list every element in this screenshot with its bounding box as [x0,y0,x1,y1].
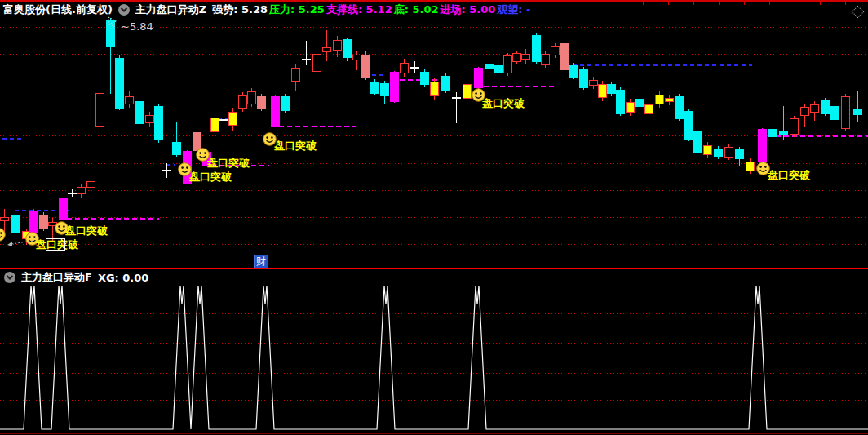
candle [400,63,409,73]
doji-cross [162,170,171,171]
gridline [0,373,868,374]
candle [675,96,684,119]
candle [560,43,569,70]
candle-wick [356,51,357,70]
gridline [0,109,868,109]
candle [636,99,644,107]
doji-cross [68,193,77,194]
candle [841,96,850,129]
indicator-field: 支撑线: 5.12 [326,3,392,16]
high-price-label: ~5.84 [121,21,153,32]
candle [598,84,607,98]
candle [39,215,48,229]
candle [145,115,154,123]
candle [115,58,124,109]
candle [644,104,653,114]
candle [779,131,788,135]
candle [420,72,429,85]
doji-cross [219,119,228,121]
axis-tick [668,2,669,5]
indicator-field: 压力: 5.25 [269,3,325,16]
candle [494,65,503,73]
candle [154,106,163,140]
candle [29,211,38,233]
breakout-label: 盘口突破 [207,158,250,168]
candle [746,162,755,171]
candlestick-chart[interactable]: 盘口突破盘口突破盘口突破盘口突破盘口突破盘口突破盘口突破~5.84财 [0,0,868,435]
candle [665,98,674,102]
gridline [0,244,868,245]
candle [271,96,280,127]
candle [11,215,20,233]
candle [238,95,247,109]
marker-box [46,238,65,251]
doji-cross [410,67,419,69]
indicator-field: 强势: 5.28 [212,3,268,16]
candle [86,181,95,188]
doji-cross [302,59,311,60]
candle [503,55,512,73]
candle [626,102,635,113]
indicator-field: 底: 5.02 [394,3,439,16]
candle [714,149,723,157]
candle [768,129,777,137]
candle [800,107,809,116]
gridline [0,54,868,55]
axis-tick [820,2,821,5]
candle [210,118,219,132]
candle [684,111,693,140]
candle [579,69,588,88]
candle [735,149,744,159]
gridline [0,163,868,164]
breakout-level-line [67,218,159,220]
indicator-field: 观望: - [497,3,530,16]
axis-tick [744,2,745,5]
candle [607,84,616,94]
breakout-label: 盘口突破 [768,170,810,180]
breakout-label: 盘口突破 [189,171,232,182]
candle [77,187,86,194]
candle [106,20,115,47]
gridline [0,190,868,191]
candle [257,96,266,109]
candle [228,112,237,126]
xg-value: XG: 0.00 [98,272,149,284]
candle [474,68,483,88]
candle [589,80,598,86]
candle [380,83,389,96]
chevron-down-icon [120,7,128,13]
candle [821,100,830,114]
gridline [0,343,868,344]
breakout-level-line [484,86,555,87]
gridline [0,400,868,401]
candle [390,72,399,102]
candle [532,35,541,62]
candle-wick [857,91,858,122]
collapse-chevron-icon[interactable] [4,272,16,283]
candle [693,131,702,153]
tdx-app: 盘口突破盘口突破盘口突破盘口突破盘口突破盘口突破盘口突破~5.84财 富奥股份(… [0,0,868,435]
axis-tick [693,2,694,5]
candle [810,104,819,113]
breakout-label: 盘口突破 [482,98,525,109]
chevron-down-icon [6,274,14,281]
breakout-label: 盘口突破 [274,140,317,151]
breakout-label: 盘口突破 [65,225,108,236]
panel-divider[interactable] [0,268,868,269]
indicator-values: 强势: 5.28压力: 5.25支撑线: 5.12底: 5.02进场: 5.00… [212,3,532,16]
candle-wick [326,30,327,61]
axis-tick [769,2,770,5]
event-badge-finance[interactable]: 财 [254,255,268,269]
candle [281,96,290,111]
candle [135,101,144,124]
candle [790,118,799,135]
candle [125,96,134,104]
collapse-chevron-icon[interactable] [118,4,130,16]
candle [512,53,521,62]
candle [247,91,256,104]
candle [551,46,560,55]
candle [485,64,494,69]
axis-tick [643,2,644,5]
candle [172,142,181,155]
breakout-level-line [279,126,356,127]
